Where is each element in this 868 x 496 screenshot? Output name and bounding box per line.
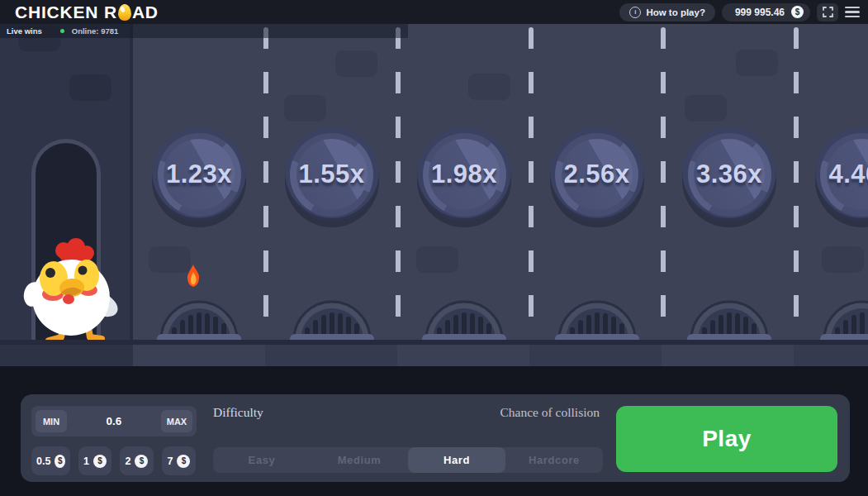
multiplier-manhole: 1.23x <box>152 127 246 222</box>
road-patch <box>468 74 510 100</box>
multiplier-manhole: 4.46x <box>815 127 868 222</box>
curb-strip <box>0 345 868 366</box>
header-actions: i How to play? 999 995.46 $ <box>619 3 860 21</box>
menu-icon[interactable] <box>845 7 860 18</box>
coin-icon: $ <box>55 455 65 468</box>
curb-block <box>662 345 794 366</box>
multiplier-value: 1.55x <box>298 160 364 189</box>
bet-amount-stepper: MIN 0.6 MAX <box>31 406 197 436</box>
multiplier-manhole: 1.98x <box>417 127 511 222</box>
lane-divider <box>396 27 401 343</box>
manhole-disc: 3.36x <box>694 139 765 210</box>
road-edge <box>130 24 133 345</box>
logo-text-left: CHICKEN R <box>15 3 117 21</box>
curb-block <box>265 345 397 366</box>
chip-amount: 0.5 <box>36 455 50 467</box>
sewer-grate <box>152 280 246 346</box>
manhole-ring: 4.46x <box>820 133 868 217</box>
manhole-disc: 2.56x <box>562 139 633 210</box>
chance-of-collision-label: Chance of collision <box>483 405 600 420</box>
live-wins-label: Live wins <box>7 26 42 36</box>
multiplier-value: 2.56x <box>563 160 629 189</box>
multiplier-value: 4.46x <box>828 160 868 189</box>
info-icon: i <box>629 7 641 18</box>
difficulty-option-easy[interactable]: Easy <box>213 447 311 473</box>
road-patch <box>284 95 326 122</box>
curb-block <box>529 345 662 366</box>
live-wins-bar: Live wins Online: 9781 <box>0 24 408 38</box>
sewer-grate <box>285 280 379 346</box>
lane-divider <box>529 27 534 343</box>
difficulty-label: Difficulty <box>213 405 263 420</box>
sewer-grate <box>682 280 776 346</box>
play-button[interactable]: Play <box>616 406 837 472</box>
multiplier-value: 1.23x <box>166 160 232 189</box>
curb-block <box>397 345 529 366</box>
balance-amount: 999 995.46 <box>735 7 785 18</box>
fullscreen-icon <box>823 7 833 17</box>
flame-icon <box>183 265 203 289</box>
logo-text-right: AD <box>132 3 159 21</box>
multiplier-manhole: 2.56x <box>550 127 644 222</box>
max-bet-button[interactable]: MAX <box>161 410 192 432</box>
bet-chip-2[interactable]: 2 $ <box>120 446 154 475</box>
bet-chip-0.5[interactable]: 0.5 $ <box>31 446 70 475</box>
manhole-ring: 1.55x <box>290 133 373 217</box>
coin-icon: $ <box>791 6 804 18</box>
difficulty-selector: EasyMediumHardHardcore <box>213 447 603 473</box>
online-dot <box>60 29 64 33</box>
road-patch <box>736 50 778 76</box>
lane-divider <box>661 27 666 343</box>
sewer-grate <box>815 280 868 346</box>
curb-block <box>794 345 868 366</box>
app-logo: CHICKEN RAD <box>15 3 159 21</box>
coin-icon: $ <box>135 455 148 468</box>
how-to-play-label: How to play? <box>646 7 705 17</box>
difficulty-option-hardcore[interactable]: Hardcore <box>505 447 603 473</box>
chip-amount: 2 <box>126 455 131 467</box>
sewer-grate <box>550 280 644 346</box>
top-bar: CHICKEN RAD i How to play? 999 995.46 $ <box>0 0 868 24</box>
road-patch <box>685 95 727 122</box>
road-patch <box>822 246 864 273</box>
lane-divider <box>794 27 799 343</box>
balance-display[interactable]: 999 995.46 $ <box>722 3 810 21</box>
curb-block <box>0 345 133 366</box>
online-count: Online: 9781 <box>72 26 119 36</box>
min-bet-button[interactable]: MIN <box>36 410 67 432</box>
multiplier-value: 1.98x <box>431 160 497 189</box>
road-patch <box>69 74 111 101</box>
fullscreen-button[interactable] <box>817 3 838 21</box>
coin-icon: $ <box>93 455 107 468</box>
manhole-disc: 1.98x <box>429 139 500 210</box>
difficulty-option-medium[interactable]: Medium <box>311 447 408 473</box>
road-patch <box>335 50 377 77</box>
bet-control-panel: MIN 0.6 MAX 0.5 $1 $2 $7 $ Difficulty Ch… <box>21 394 850 482</box>
manhole-ring: 3.36x <box>688 133 771 217</box>
chip-amount: 7 <box>168 455 173 467</box>
multiplier-manhole: 3.36x <box>682 127 776 222</box>
bet-chip-1[interactable]: 1 $ <box>78 446 111 475</box>
multiplier-manhole: 1.55x <box>285 127 379 222</box>
manhole-disc: 4.46x <box>827 139 868 210</box>
how-to-play-button[interactable]: i How to play? <box>619 3 715 21</box>
game-board: Live wins Online: 9781 1.23x 1.55x 1.98x… <box>0 24 868 366</box>
curb-block <box>133 345 265 366</box>
quick-bet-chips: 0.5 $1 $2 $7 $ <box>31 446 196 475</box>
bet-amount-value[interactable]: 0.6 <box>107 415 122 427</box>
road-patch <box>416 246 458 273</box>
manhole-disc: 1.23x <box>164 139 235 210</box>
egg-icon <box>118 4 131 21</box>
manhole-disc: 1.55x <box>296 139 368 210</box>
difficulty-option-hard[interactable]: Hard <box>408 447 505 473</box>
sewer-grate <box>417 280 511 346</box>
manhole-ring: 1.23x <box>158 133 241 217</box>
chip-amount: 1 <box>83 455 89 467</box>
manhole-ring: 2.56x <box>555 133 638 217</box>
bet-chip-7[interactable]: 7 $ <box>162 446 196 475</box>
multiplier-value: 3.36x <box>696 160 762 189</box>
lane-divider <box>263 27 268 343</box>
manhole-ring: 1.98x <box>423 133 506 217</box>
chicken-character <box>21 238 119 347</box>
coin-icon: $ <box>177 455 190 468</box>
